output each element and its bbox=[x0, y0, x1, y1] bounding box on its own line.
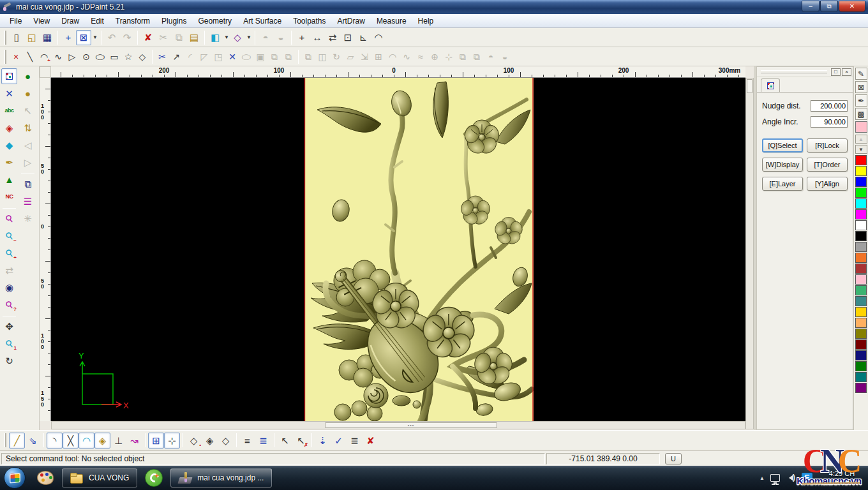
menu-toolpaths[interactable]: Toolpaths bbox=[287, 15, 331, 27]
bulb-on-icon[interactable]: ● bbox=[20, 68, 36, 84]
snap-list-icon[interactable]: ≣ bbox=[347, 433, 363, 449]
color-swatch[interactable] bbox=[855, 198, 867, 209]
panel-close-button[interactable]: × bbox=[842, 68, 851, 76]
select-marquee-icon[interactable] bbox=[1, 68, 17, 84]
color-swatch[interactable] bbox=[855, 242, 867, 252]
menu-transform[interactable]: Transform bbox=[110, 15, 156, 27]
color-swatch[interactable] bbox=[855, 264, 867, 274]
menu-artdraw[interactable]: ArtDraw bbox=[332, 15, 371, 27]
menu-edit[interactable]: Edit bbox=[85, 15, 110, 27]
brush-tool-icon[interactable]: ✒ bbox=[1, 154, 17, 170]
draw-star-icon[interactable]: ☆ bbox=[121, 49, 135, 64]
pick-add-icon[interactable]: ↖ bbox=[277, 433, 293, 449]
toolbar-grip[interactable] bbox=[4, 433, 6, 447]
palette-scroll-down-button[interactable]: ▼ bbox=[855, 145, 867, 154]
color-swatch[interactable] bbox=[855, 253, 867, 263]
color-swatch[interactable] bbox=[855, 231, 867, 241]
speaker-icon[interactable] bbox=[786, 475, 793, 481]
color-swatch[interactable] bbox=[855, 220, 867, 230]
current-color-swatch[interactable] bbox=[855, 121, 867, 133]
wdisplay-button[interactable]: [W]Display bbox=[762, 158, 803, 172]
color-swatch[interactable] bbox=[855, 296, 867, 306]
measure-angle-icon[interactable]: ⊾ bbox=[355, 30, 371, 45]
toggle-snap-icon[interactable]: ✓ bbox=[331, 433, 347, 449]
color-swatch[interactable] bbox=[855, 339, 867, 350]
wireframe-view-icon-dropdown[interactable]: ▼ bbox=[246, 31, 252, 45]
color-swatch[interactable] bbox=[855, 274, 867, 285]
snap-corner-icon[interactable]: ◝ bbox=[47, 433, 63, 449]
snap-grid-icon[interactable]: ⊞ bbox=[148, 433, 164, 449]
paste-icon[interactable]: ▤ bbox=[186, 30, 202, 45]
snap-entity-all-icon[interactable]: ≣ bbox=[255, 433, 271, 449]
trim-icon[interactable]: ✂ bbox=[155, 49, 169, 64]
join-curve-icon[interactable]: ✕ bbox=[225, 49, 239, 64]
refresh-view-icon[interactable]: ↻ bbox=[1, 353, 17, 369]
menu-file[interactable]: File bbox=[4, 15, 27, 27]
pencil-color-icon[interactable]: ✎ bbox=[855, 68, 867, 80]
crosshair-icon[interactable]: + bbox=[61, 30, 76, 45]
measure-rect-icon[interactable]: ⊡ bbox=[340, 30, 355, 45]
snap-perpendicular-icon[interactable]: ⊥ bbox=[110, 433, 126, 449]
vertical-scrollbar[interactable] bbox=[745, 78, 754, 429]
draw-line-icon[interactable]: ╲ bbox=[23, 49, 37, 64]
snap-nearest-icon[interactable]: ⇘ bbox=[25, 433, 41, 449]
eyedropper-icon[interactable]: ✒ bbox=[855, 94, 867, 107]
restore-button[interactable]: ⧉ bbox=[820, 1, 838, 12]
node-edit-icon[interactable]: ✕ bbox=[1, 85, 17, 101]
fill-tool-icon[interactable]: ◆ bbox=[1, 137, 17, 153]
horizontal-scrollbar-thumb[interactable]: ▪▪▪ bbox=[325, 422, 497, 428]
paint-taskbar-icon[interactable] bbox=[34, 468, 56, 487]
vertical-scrollbar-thumb[interactable] bbox=[747, 79, 752, 93]
snap-center-icon[interactable]: ◇ bbox=[218, 433, 234, 449]
snap-tangent-icon[interactable]: ◠ bbox=[79, 433, 94, 449]
close-button[interactable]: ✕ bbox=[839, 1, 865, 12]
color-swatch[interactable] bbox=[855, 318, 867, 328]
color-swatch[interactable] bbox=[855, 350, 867, 360]
view-all-icon[interactable]: ◉ bbox=[1, 279, 17, 295]
menu-draw[interactable]: Draw bbox=[56, 15, 85, 27]
snap-tangent-point-icon[interactable]: ↝ bbox=[126, 433, 142, 449]
delete-icon[interactable]: ✘ bbox=[140, 30, 156, 45]
taskbar-button-folder[interactable]: CUA VONG bbox=[62, 468, 137, 487]
snap-entity-icon[interactable]: ≡ bbox=[239, 433, 255, 449]
apply-snap-icon[interactable]: ⇣ bbox=[315, 433, 331, 449]
draw-polyline-icon[interactable]: ▷ bbox=[65, 49, 79, 64]
fill-pattern-icon[interactable]: ☰ bbox=[20, 193, 36, 209]
zoom-object-icon[interactable]: ⚲? bbox=[1, 297, 17, 313]
show-hidden-icons-button[interactable]: ▲ bbox=[760, 475, 765, 481]
nc-tool-icon[interactable]: NC bbox=[1, 189, 17, 205]
taskbar-clock[interactable]: 4:29 CH 30/09/2018 bbox=[818, 470, 865, 486]
elayer-button[interactable]: [E]Layer bbox=[762, 177, 803, 191]
draw-circle-icon[interactable]: ⊙ bbox=[79, 49, 93, 64]
snap-midpoint-icon[interactable]: ◈ bbox=[202, 433, 218, 449]
menu-plugins[interactable]: Plugins bbox=[156, 15, 192, 27]
no-fill-icon[interactable]: ⊠ bbox=[855, 81, 867, 93]
wireframe-view-icon[interactable]: ◇ bbox=[230, 30, 245, 45]
snap-free-icon[interactable]: ╱ bbox=[9, 433, 25, 449]
bulb-off-icon[interactable]: ● bbox=[20, 85, 36, 101]
new-document-icon[interactable]: ▯ bbox=[9, 30, 24, 45]
draw-ellipse-icon[interactable]: ◯ bbox=[93, 49, 107, 64]
snap-delete-icon[interactable]: ✘ bbox=[363, 433, 378, 449]
nudge-dist-field[interactable] bbox=[811, 100, 848, 112]
art-shape-icon[interactable]: ◈ bbox=[1, 120, 17, 136]
panel-grip[interactable] bbox=[761, 70, 827, 73]
zoom-window-icon[interactable]: ⚲ bbox=[1, 211, 17, 226]
layer-manager-icon[interactable]: ⧉ bbox=[20, 176, 36, 192]
select-tool-icon-dropdown[interactable]: ▼ bbox=[92, 31, 98, 45]
pick-remove-icon[interactable]: ↖✗ bbox=[293, 433, 309, 449]
minimize-button[interactable]: – bbox=[802, 1, 819, 12]
tab-select-tool[interactable] bbox=[761, 78, 780, 92]
menu-help[interactable]: Help bbox=[412, 15, 440, 27]
measure-distance-icon[interactable]: ↔ bbox=[310, 30, 325, 45]
horizontal-scrollbar[interactable]: ▪▪▪ bbox=[51, 421, 745, 429]
swap-display-icon[interactable]: ⇅ bbox=[20, 120, 36, 136]
start-button[interactable] bbox=[4, 467, 26, 489]
color-swatch[interactable] bbox=[855, 361, 867, 371]
draw-point-icon[interactable]: × bbox=[9, 49, 23, 64]
color-swatch[interactable] bbox=[855, 155, 867, 165]
measure-curvature-icon[interactable]: ◠ bbox=[371, 30, 386, 45]
color-swatch[interactable] bbox=[855, 383, 867, 393]
network-icon[interactable] bbox=[770, 474, 780, 482]
toolbar-grip[interactable] bbox=[4, 31, 6, 45]
